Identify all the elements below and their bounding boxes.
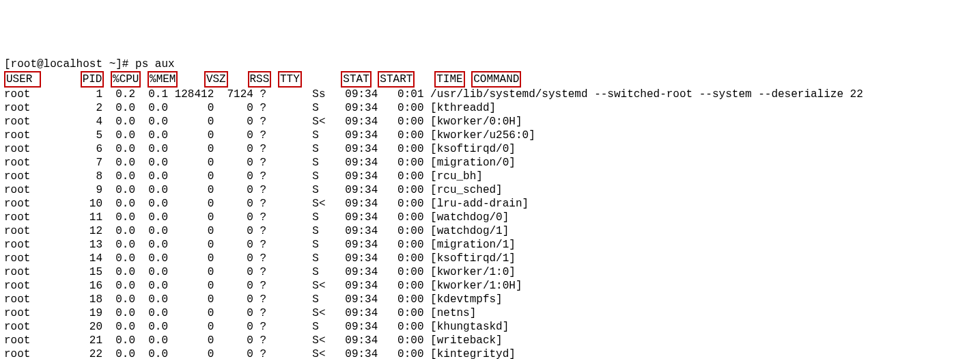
process-row: root 12 0.0 0.0 0 0 ? S 09:34 0:00 [watc… bbox=[4, 224, 976, 238]
header-pid: PID bbox=[81, 71, 104, 88]
header-user: USER bbox=[4, 71, 41, 88]
process-row: root 16 0.0 0.0 0 0 ? S< 09:34 0:00 [kwo… bbox=[4, 279, 976, 293]
process-row: root 9 0.0 0.0 0 0 ? S 09:34 0:00 [rcu_s… bbox=[4, 183, 976, 197]
process-row: root 20 0.0 0.0 0 0 ? S 09:34 0:00 [khun… bbox=[4, 320, 976, 334]
header-time: TIME bbox=[434, 71, 464, 88]
process-row: root 1 0.2 0.1 128412 7124 ? Ss 09:34 0:… bbox=[4, 88, 976, 101]
header-vsz: VSZ bbox=[204, 71, 228, 88]
process-row: root 22 0.0 0.0 0 0 ? S< 09:34 0:00 [kin… bbox=[4, 347, 976, 359]
process-row: root 18 0.0 0.0 0 0 ? S 09:34 0:00 [kdev… bbox=[4, 293, 976, 306]
process-row: root 4 0.0 0.0 0 0 ? S< 09:34 0:00 [kwor… bbox=[4, 115, 976, 129]
header-cpu: %CPU bbox=[111, 71, 141, 88]
process-row: root 5 0.0 0.0 0 0 ? S 09:34 0:00 [kwork… bbox=[4, 129, 976, 142]
process-row: root 7 0.0 0.0 0 0 ? S 09:34 0:00 [migra… bbox=[4, 156, 976, 170]
process-row: root 11 0.0 0.0 0 0 ? S 09:34 0:00 [watc… bbox=[4, 211, 976, 224]
process-row: root 21 0.0 0.0 0 0 ? S< 09:34 0:00 [wri… bbox=[4, 334, 976, 347]
header-mem: %MEM bbox=[148, 71, 178, 88]
process-row: root 2 0.0 0.0 0 0 ? S 09:34 0:00 [kthre… bbox=[4, 101, 976, 115]
header-tty: TTY bbox=[278, 71, 302, 88]
process-row: root 15 0.0 0.0 0 0 ? S 09:34 0:00 [kwor… bbox=[4, 265, 976, 279]
prompt-line: [root@localhost ~]# ps aux bbox=[4, 57, 976, 71]
terminal-output: [root@localhost ~]# ps auxUSER PID %CPU … bbox=[4, 57, 976, 359]
process-row: root 10 0.0 0.0 0 0 ? S< 09:34 0:00 [lru… bbox=[4, 197, 976, 211]
header-start: START bbox=[378, 71, 415, 88]
process-row: root 8 0.0 0.0 0 0 ? S 09:34 0:00 [rcu_b… bbox=[4, 170, 976, 183]
header-command: COMMAND bbox=[471, 71, 521, 88]
header-rss: RSS bbox=[248, 71, 272, 88]
column-headers: USER PID %CPU %MEM VSZ RSS TTY STAT STAR… bbox=[4, 71, 976, 88]
process-row: root 6 0.0 0.0 0 0 ? S 09:34 0:00 [ksoft… bbox=[4, 142, 976, 156]
process-row: root 19 0.0 0.0 0 0 ? S< 09:34 0:00 [net… bbox=[4, 306, 976, 320]
process-row: root 14 0.0 0.0 0 0 ? S 09:34 0:00 [ksof… bbox=[4, 252, 976, 265]
header-stat: STAT bbox=[341, 71, 371, 88]
process-row: root 13 0.0 0.0 0 0 ? S 09:34 0:00 [migr… bbox=[4, 238, 976, 252]
